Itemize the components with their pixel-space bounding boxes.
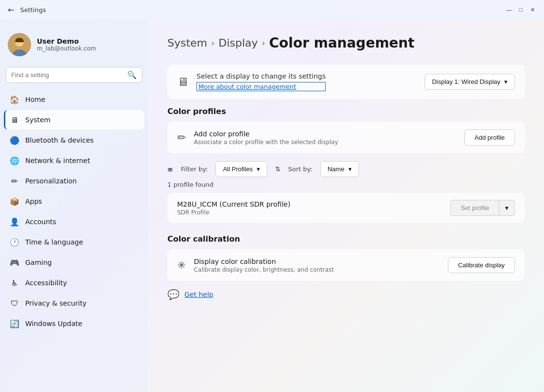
breadcrumb-sep2: › — [262, 38, 265, 48]
accounts-icon: 👤 — [10, 217, 19, 227]
sidebar-item-system[interactable]: 🖥 System — [4, 110, 144, 130]
page-title: Color management — [269, 35, 415, 51]
sidebar-item-personalization[interactable]: ✏️ Personalization — [4, 171, 144, 191]
sidebar-item-timelang[interactable]: 🕐 Time & language — [4, 232, 144, 252]
profile-item-name: M28U_ICCM (Current SDR profile) — [177, 200, 290, 208]
network-icon: 🌐 — [10, 156, 19, 165]
calibrate-display-button[interactable]: Calibrate display — [448, 257, 515, 273]
close-button[interactable]: ✕ — [528, 6, 536, 14]
sidebar-item-update[interactable]: 🔄 Windows Update — [4, 314, 144, 333]
home-icon: 🏠 — [10, 95, 19, 104]
add-profile-title: Add color profile — [194, 130, 338, 138]
calibration-text: Display color calibration Calibrate disp… — [194, 258, 334, 273]
sidebar-item-bluetooth[interactable]: 🔵 Bluetooth & devices — [4, 131, 144, 150]
maximize-button[interactable]: □ — [517, 6, 525, 14]
search-icon: 🔍 — [127, 70, 137, 80]
privacy-icon: 🛡 — [10, 298, 19, 308]
sidebar-item-label-gaming: Gaming — [25, 259, 52, 266]
sidebar-item-accounts[interactable]: 👤 Accounts — [4, 212, 144, 231]
filter-icon: ≡ — [167, 165, 173, 173]
sidebar-item-network[interactable]: 🌐 Network & internet — [4, 151, 144, 170]
search-input[interactable] — [11, 71, 123, 79]
title-bar: ← Settings — □ ✕ — [0, 0, 544, 19]
window-controls: — □ ✕ — [505, 6, 536, 14]
display-dropdown-chevron: ▾ — [504, 78, 508, 85]
profiles-found: 1 profile found — [167, 181, 525, 188]
display-select-label: Select a display to change its settings — [197, 72, 326, 80]
add-profile-card: ✏️ Add color profile Associate a color p… — [167, 122, 525, 153]
minimize-button[interactable]: — — [505, 6, 513, 14]
add-profile-subtitle: Associate a color profile with the selec… — [194, 139, 338, 146]
display-text: Select a display to change its settings … — [197, 72, 326, 91]
sidebar-item-home[interactable]: 🏠 Home — [4, 90, 144, 109]
display-selector-card: 🖥 Select a display to change its setting… — [167, 65, 525, 99]
profile-item-actions: Set profile ▾ — [450, 200, 515, 216]
sidebar-item-label-apps: Apps — [25, 197, 42, 205]
app-title: Settings — [20, 6, 46, 14]
sort-by-label: Sort by: — [288, 165, 313, 173]
calibration-left: ✳️ Display color calibration Calibrate d… — [177, 258, 334, 273]
sidebar-item-gaming[interactable]: 🎮 Gaming — [4, 253, 144, 272]
sidebar-item-label-accounts: Accounts — [25, 218, 56, 226]
accessibility-icon: ♿ — [10, 278, 19, 288]
sidebar-item-accessibility[interactable]: ♿ Accessibility — [4, 273, 144, 293]
bluetooth-icon: 🔵 — [10, 135, 19, 145]
timelang-icon: 🕐 — [10, 237, 19, 247]
system-icon: 🖥 — [10, 115, 19, 125]
sidebar-item-privacy[interactable]: 🛡 Privacy & security — [4, 294, 144, 313]
get-help[interactable]: 💬 Get help — [167, 289, 525, 300]
sidebar-item-label-system: System — [25, 116, 50, 124]
help-icon: 💬 — [167, 289, 180, 300]
user-info: User Demo m_lab@outlook.com — [37, 37, 96, 52]
sort-icon: ⇅ — [275, 165, 280, 173]
breadcrumb-system[interactable]: System — [167, 37, 207, 49]
sidebar-item-label-update: Windows Update — [25, 320, 82, 327]
filter-by-chevron: ▾ — [257, 165, 260, 173]
display-selector-left: 🖥 Select a display to change its setting… — [177, 72, 326, 91]
gaming-icon: 🎮 — [10, 258, 19, 267]
filter-by-label: Filter by: — [181, 165, 208, 173]
back-arrow-icon[interactable]: ← — [8, 5, 14, 15]
monitor-icon: 🖥 — [177, 75, 189, 89]
add-profile-button[interactable]: Add profile — [464, 130, 515, 146]
breadcrumb: System › Display › Color management — [167, 35, 525, 51]
breadcrumb-sep1: › — [211, 38, 214, 48]
filter-by-dropdown[interactable]: All Profiles ▾ — [215, 161, 267, 177]
add-profile-left: ✏️ Add color profile Associate a color p… — [177, 130, 338, 146]
user-email: m_lab@outlook.com — [37, 45, 96, 52]
get-help-label: Get help — [184, 291, 214, 298]
avatar — [8, 33, 31, 56]
filter-by-value: All Profiles — [223, 165, 252, 173]
sidebar-item-apps[interactable]: 📦 Apps — [4, 192, 144, 211]
sort-by-dropdown[interactable]: Name ▾ — [320, 161, 359, 177]
color-calibration-section-title: Color calibration — [167, 234, 525, 244]
personalization-icon: ✏️ — [10, 176, 19, 186]
apps-icon: 📦 — [10, 196, 19, 206]
sidebar-item-label-accessibility: Accessibility — [25, 279, 67, 287]
add-profile-text: Add color profile Associate a color prof… — [194, 130, 338, 146]
calibration-subtitle: Calibrate display color, brightness, and… — [194, 266, 334, 273]
calibration-card: ✳️ Display color calibration Calibrate d… — [167, 249, 525, 281]
set-profile-chevron-button[interactable]: ▾ — [499, 200, 515, 216]
update-icon: 🔄 — [10, 319, 19, 328]
sort-by-value: Name — [328, 165, 345, 173]
filter-sort-row: ≡ Filter by: All Profiles ▾ ⇅ Sort by: N… — [167, 161, 525, 177]
sidebar-item-label-home: Home — [25, 96, 45, 103]
set-profile-button[interactable]: Set profile — [450, 200, 499, 216]
profile-item-type: SDR Profile — [177, 209, 290, 216]
search-box[interactable]: 🔍 — [6, 67, 142, 83]
calibration-icon: ✳️ — [177, 259, 186, 271]
sidebar-item-label-personalization: Personalization — [25, 177, 77, 185]
display-dropdown-label: Display 1: Wired Display — [432, 78, 500, 85]
color-profiles-section-title: Color profiles — [167, 107, 525, 116]
user-name: User Demo — [37, 37, 96, 45]
user-card: User Demo m_lab@outlook.com — [4, 27, 144, 64]
more-about-color-management-link[interactable]: More about color management — [197, 82, 326, 91]
main-content: System › Display › Color management 🖥 Se… — [148, 19, 544, 392]
profile-item-info: M28U_ICCM (Current SDR profile) SDR Prof… — [177, 200, 290, 216]
display-dropdown[interactable]: Display 1: Wired Display ▾ — [425, 74, 515, 90]
sidebar-item-label-timelang: Time & language — [25, 238, 83, 246]
breadcrumb-display[interactable]: Display — [218, 37, 258, 49]
sort-by-chevron: ▾ — [348, 165, 352, 173]
calibration-title: Display color calibration — [194, 258, 334, 265]
